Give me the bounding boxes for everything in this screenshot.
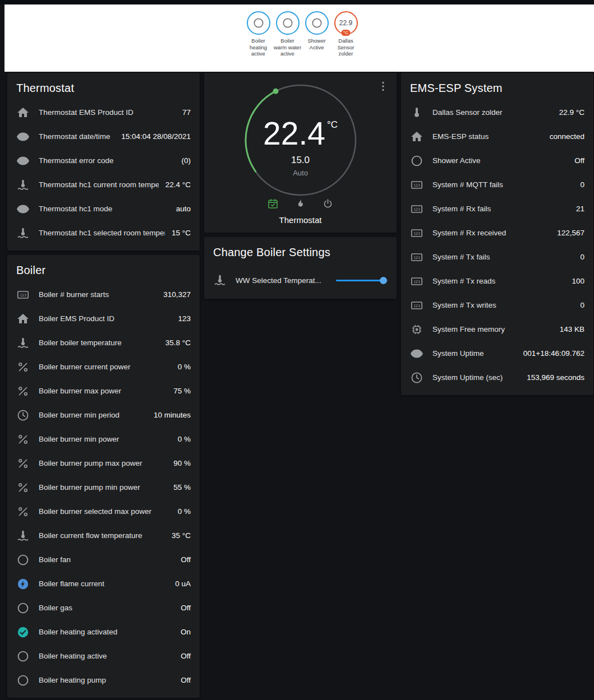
entity-value: 22.9 °C bbox=[559, 108, 584, 117]
entity-row[interactable]: Boiler heating pumpOff bbox=[7, 668, 200, 692]
entity-value: 123 bbox=[178, 314, 191, 323]
badge-boiler-heating-active[interactable]: Boiler heating active bbox=[245, 11, 273, 72]
entity-row[interactable]: Thermostat EMS Product ID77 bbox=[7, 100, 200, 124]
svg-text:123: 123 bbox=[413, 255, 420, 259]
entity-row[interactable]: Boiler fanOff bbox=[7, 548, 200, 572]
entity-label: Boiler heating activated bbox=[39, 628, 174, 636]
entity-value: 122,567 bbox=[557, 229, 584, 237]
badge-value: 22.9 bbox=[339, 19, 352, 27]
entity-row[interactable]: 123System # Tx fails0 bbox=[401, 245, 593, 269]
percent-icon bbox=[16, 384, 30, 398]
entity-row[interactable]: Boiler burner current power0 % bbox=[7, 355, 200, 379]
entity-row[interactable]: System Free memory143 KB bbox=[401, 317, 593, 341]
card-title: Change Boiler Settings bbox=[204, 237, 397, 265]
badge-shower-active[interactable]: Shower Active bbox=[303, 11, 331, 72]
entity-row[interactable]: Thermostat error code(0) bbox=[7, 149, 200, 173]
badge-dallas-sensor-zolder[interactable]: 22.9°CDallas Sensor zolder bbox=[332, 11, 360, 72]
entity-row[interactable]: System Uptime (sec)153,969 seconds bbox=[401, 365, 593, 390]
entity-rows: Thermostat EMS Product ID77Thermostat da… bbox=[7, 100, 200, 251]
svg-text:123: 123 bbox=[413, 303, 420, 308]
circle-outline-icon bbox=[16, 674, 30, 687]
card-title: Boiler bbox=[7, 255, 200, 282]
badge-boiler-warm-water-active[interactable]: Boiler warm water active bbox=[274, 11, 302, 72]
entity-value: 143 KB bbox=[560, 325, 584, 333]
circle-outline-icon bbox=[282, 17, 294, 29]
circle-outline-icon bbox=[311, 17, 323, 29]
entity-row[interactable]: Boiler burner min power0 % bbox=[7, 427, 200, 451]
entity-label: Boiler # burner starts bbox=[39, 290, 156, 299]
entity-row[interactable]: Boiler current flow temperature35 °C bbox=[7, 523, 200, 548]
entity-row[interactable]: 123System # Rx fails21 bbox=[401, 197, 593, 221]
percent-icon bbox=[16, 433, 30, 446]
thermostat-entities-card: Thermostat Thermostat EMS Product ID77Th… bbox=[7, 73, 200, 251]
entity-row[interactable]: Thermostat hc1 modeauto bbox=[7, 197, 200, 221]
badge-circle bbox=[305, 11, 329, 35]
entity-value: Off bbox=[574, 156, 584, 165]
entity-label: Boiler current flow temperature bbox=[39, 531, 165, 540]
hvac-mode-label: Auto bbox=[293, 169, 308, 177]
entity-row[interactable]: 123System # Tx writes0 bbox=[401, 293, 593, 317]
left-column: Thermostat Thermostat EMS Product ID77Th… bbox=[7, 73, 200, 698]
entity-row[interactable]: Boiler burner max power75 % bbox=[7, 379, 200, 403]
entity-label: System # Tx writes bbox=[432, 301, 573, 309]
entity-row[interactable]: Boiler heating activeOff bbox=[7, 644, 200, 668]
fire-icon[interactable] bbox=[294, 198, 306, 210]
entity-value: 15 °C bbox=[172, 229, 191, 237]
calendar-check-icon[interactable] bbox=[267, 198, 279, 210]
slider-knob[interactable] bbox=[380, 277, 387, 284]
thermostat-dial[interactable]: 22.4 °C 15.0 Auto bbox=[241, 81, 360, 200]
entity-value: 35.8 °C bbox=[165, 339, 191, 347]
circle-outline-icon bbox=[16, 601, 30, 615]
entity-row[interactable]: Dallas Sensor zolder22.9 °C bbox=[401, 100, 593, 124]
entity-row[interactable]: 123System # MQTT fails0 bbox=[401, 173, 593, 197]
more-options-icon[interactable] bbox=[376, 80, 390, 93]
entity-value: (0) bbox=[182, 156, 191, 165]
ems-esp-system-card: EMS-ESP System Dallas Sensor zolder22.9 … bbox=[401, 73, 593, 395]
entity-row[interactable]: Boiler burner pump min power55 % bbox=[7, 475, 200, 499]
entity-row[interactable]: Boiler burner min period10 minutes bbox=[7, 403, 200, 427]
power-icon[interactable] bbox=[322, 198, 334, 210]
check-circle-icon bbox=[16, 625, 30, 639]
entity-row[interactable]: Thermostat hc1 current room temper...22.… bbox=[7, 173, 200, 197]
entity-label: Boiler EMS Product ID bbox=[39, 314, 171, 323]
home-icon bbox=[16, 106, 30, 119]
counter-icon: 123 bbox=[410, 226, 423, 240]
entity-row[interactable]: Thermostat hc1 selected room temper...15… bbox=[7, 221, 200, 245]
entity-row[interactable]: Boiler heating activatedOn bbox=[7, 620, 200, 644]
percent-icon bbox=[16, 505, 30, 518]
counter-icon: 123 bbox=[410, 299, 423, 312]
badge-header: Boiler heating activeBoiler warm water a… bbox=[4, 4, 594, 72]
entity-row[interactable]: Boiler burner pump max power90 % bbox=[7, 451, 200, 475]
entity-value: 0 bbox=[580, 253, 584, 261]
entity-row[interactable]: Boiler flame current0 uA bbox=[7, 572, 200, 596]
eye-icon bbox=[410, 347, 423, 360]
entity-row[interactable]: System Uptime001+18:46:09.762 bbox=[401, 341, 593, 365]
percent-icon bbox=[16, 457, 30, 470]
entity-row[interactable]: 123System # Rx received122,567 bbox=[401, 221, 593, 245]
slider-fill bbox=[336, 280, 384, 281]
entity-value: Off bbox=[181, 676, 191, 684]
entity-label: Boiler burner pump max power bbox=[39, 459, 167, 467]
entity-value: 0 bbox=[580, 301, 584, 309]
target-temperature: 15.0 bbox=[291, 155, 310, 166]
entity-row[interactable]: 123System # Tx reads100 bbox=[401, 269, 593, 293]
entity-row[interactable]: Boiler boiler temperature35.8 °C bbox=[7, 331, 200, 355]
entity-row[interactable]: EMS-ESP statusconnected bbox=[401, 124, 593, 149]
thermometer-water-icon bbox=[16, 178, 30, 192]
entity-value: 90 % bbox=[173, 459, 191, 467]
entity-row[interactable]: Boiler burner selected max power0 % bbox=[7, 499, 200, 523]
svg-text:123: 123 bbox=[20, 293, 26, 297]
entity-value: 21 bbox=[576, 205, 584, 213]
entity-row[interactable]: Boiler gasOff bbox=[7, 596, 200, 620]
ww-temperature-slider[interactable] bbox=[336, 276, 388, 284]
circle-outline-icon bbox=[16, 553, 30, 567]
counter-icon: 123 bbox=[410, 251, 423, 264]
badge-row: Boiler heating activeBoiler warm water a… bbox=[245, 4, 360, 72]
counter-icon: 123 bbox=[410, 275, 423, 288]
entity-row[interactable]: Thermostat date/time15:04:04 28/08/2021 bbox=[7, 124, 200, 149]
entity-row[interactable]: Boiler EMS Product ID123 bbox=[7, 307, 200, 331]
entity-value: Off bbox=[181, 555, 191, 564]
circle-outline-icon bbox=[252, 17, 265, 29]
entity-row[interactable]: 123Boiler # burner starts310,327 bbox=[7, 282, 200, 307]
entity-row[interactable]: Shower ActiveOff bbox=[401, 149, 593, 173]
